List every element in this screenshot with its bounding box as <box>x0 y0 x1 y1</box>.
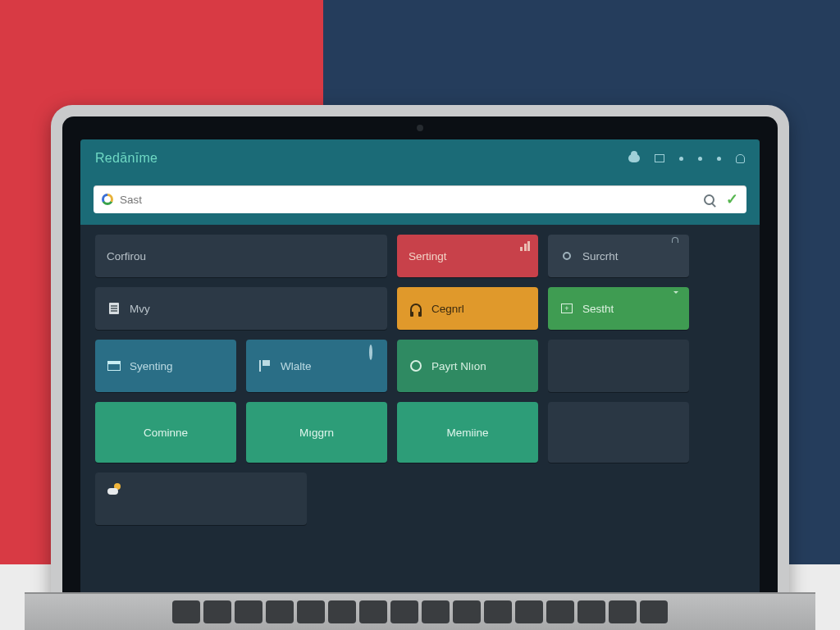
tile-payrt-nlion[interactable]: Payrt Nlıon <box>397 340 538 392</box>
chat-icon <box>671 294 681 304</box>
flag-icon <box>258 358 272 373</box>
tile-sestht[interactable]: Sestht <box>548 287 689 330</box>
cloud-icon[interactable] <box>628 154 640 162</box>
check-icon[interactable]: ✓ <box>726 190 738 208</box>
list-icon <box>671 348 681 358</box>
tile-label: Payrt Nlıon <box>431 360 486 372</box>
weather-icon <box>107 482 121 497</box>
tile-weather[interactable] <box>95 472 307 525</box>
tile-label: Memiine <box>446 427 488 439</box>
status-dot-1-icon[interactable] <box>679 157 683 161</box>
window-icon[interactable] <box>655 154 664 162</box>
status-dot-2-icon[interactable] <box>698 157 702 161</box>
tile-cominne[interactable]: Cominne <box>95 402 236 463</box>
search-bar[interactable]: ✓ <box>94 185 746 213</box>
gear-icon <box>409 358 423 373</box>
headset-icon <box>409 301 423 316</box>
tile-mvy[interactable]: Mvy <box>95 287 387 330</box>
pin-icon <box>369 346 379 356</box>
tile-label: Cegnrl <box>431 303 464 315</box>
browser-ring-icon <box>102 194 113 205</box>
tile-label: Wlalte <box>281 360 312 372</box>
tile-surcrht[interactable]: Surcrht <box>548 235 689 277</box>
monitor-icon <box>107 358 121 373</box>
tile-corfirou[interactable]: Corfirou <box>95 235 387 277</box>
webcam <box>417 125 423 131</box>
tile-label: Cominne <box>144 427 188 439</box>
lock-icon <box>671 241 681 251</box>
tile-label: Mvy <box>130 303 150 315</box>
laptop-keyboard <box>25 592 815 630</box>
bell-icon[interactable] <box>736 154 745 163</box>
tile-syenting[interactable]: Syenting <box>95 340 236 392</box>
tile-miggrn[interactable]: Mıggrn <box>246 402 387 463</box>
header-icon-group <box>628 154 745 163</box>
tile-label: Mıggrn <box>299 427 334 439</box>
tile-label: Sertingt <box>409 250 447 262</box>
search-input[interactable] <box>120 194 697 206</box>
stats-icon <box>520 241 530 251</box>
document-icon <box>107 301 121 316</box>
laptop-frame: Redānīme ✓ <box>51 105 789 630</box>
search-icon[interactable] <box>704 194 714 205</box>
tile-side-list[interactable] <box>548 340 689 392</box>
tile-side-empty[interactable] <box>548 402 689 463</box>
calendar-add-icon <box>559 301 574 316</box>
tile-label: Syenting <box>130 360 173 372</box>
tile-wlalte[interactable]: Wlalte <box>246 340 387 392</box>
tile-sertingt[interactable]: Sertingt <box>397 235 538 277</box>
tile-label: Corfirou <box>107 250 146 262</box>
tile-cegnrl[interactable]: Cegnrl <box>397 287 538 330</box>
screen-bezel: Redānīme ✓ <box>62 116 778 630</box>
app-header: Redānīme <box>80 139 760 177</box>
tile-memiine[interactable]: Memiine <box>397 402 538 463</box>
app-screen: Redānīme ✓ <box>80 139 760 630</box>
tile-grid: Corfirou Sertingt Surcrht <box>80 225 760 630</box>
pin-icon <box>559 249 574 263</box>
status-dot-3-icon[interactable] <box>717 157 721 161</box>
tile-label: Sestht <box>582 303 614 315</box>
app-brand[interactable]: Redānīme <box>95 151 158 166</box>
search-bar-wrap: ✓ <box>80 177 760 225</box>
tile-label: Surcrht <box>582 250 619 262</box>
